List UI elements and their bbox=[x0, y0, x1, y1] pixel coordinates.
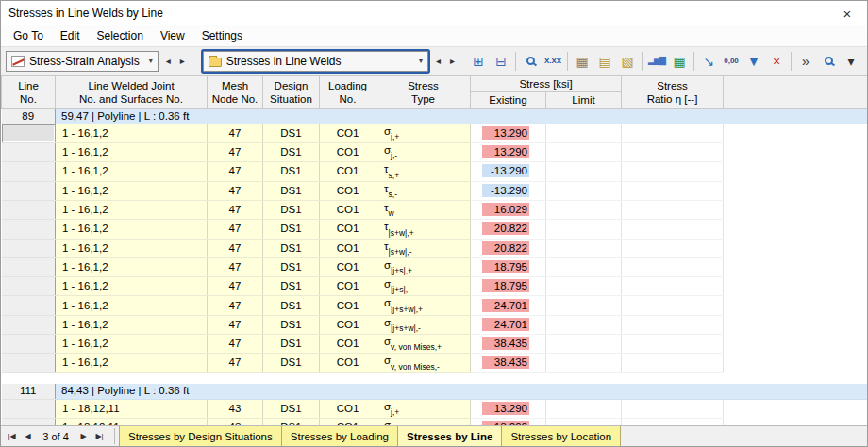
tab-stresses-by-line[interactable]: Stresses by Line bbox=[398, 426, 502, 446]
menu-item-selection[interactable]: Selection bbox=[89, 27, 152, 44]
folder-icon bbox=[209, 58, 222, 67]
filler-cell bbox=[724, 296, 867, 315]
limit-cell bbox=[546, 143, 622, 162]
ratio-cell bbox=[622, 162, 724, 181]
existing-value-cell: 16.029 bbox=[471, 200, 546, 219]
row-header-cell bbox=[2, 143, 56, 162]
export-report-button[interactable]: ▧ bbox=[616, 50, 639, 73]
table-row[interactable]: 1 - 16,1,247DS1CO1τs,+-13.290 bbox=[2, 162, 868, 181]
analysis-prev-button[interactable]: ◂ bbox=[161, 51, 175, 72]
result-diagram-button[interactable]: ▂▅▇ bbox=[645, 50, 668, 73]
view-values-button[interactable] bbox=[519, 50, 542, 73]
table-row[interactable]: 1 - 16,1,247DS1CO1σ|j+s+w|,-24.701 bbox=[2, 315, 868, 334]
search-button[interactable] bbox=[817, 50, 840, 73]
mesh-node-cell: 47 bbox=[208, 200, 263, 219]
table-row[interactable]: 1 - 16,1,247DS1CO1σ|j+s+w|,+24.701 bbox=[2, 296, 868, 315]
value-chip: 13.290 bbox=[482, 402, 529, 415]
col-header-stress-type[interactable]: StressType bbox=[376, 76, 471, 109]
col-header-mesh-node[interactable]: MeshNode No. bbox=[208, 76, 263, 109]
filter-button[interactable]: ▼ bbox=[743, 50, 765, 73]
col-header-stress-ratio[interactable]: StressRatio η [--] bbox=[622, 76, 724, 109]
arrow-down-right-icon: ↘ bbox=[703, 55, 714, 68]
col-header-loading[interactable]: LoadingNo. bbox=[320, 76, 376, 109]
table-row[interactable]: 1 - 16,1,247DS1CO1σv, von Mises,-38.435 bbox=[2, 354, 868, 372]
excel-export-button[interactable]: ▦ bbox=[668, 50, 691, 73]
more-button[interactable]: ▾ bbox=[840, 50, 862, 73]
menu-item-go-to[interactable]: Go To bbox=[5, 27, 52, 44]
table-row[interactable]: 1 - 16,1,247DS1CO1σ|j+s|,-18.795 bbox=[2, 277, 868, 296]
menu-item-view[interactable]: View bbox=[152, 27, 193, 44]
close-button[interactable]: × bbox=[835, 6, 860, 22]
table-row[interactable]: 1 - 16,1,247DS1CO1τ|s+w|,+20.822 bbox=[2, 220, 868, 239]
result-next-button[interactable]: ▸ bbox=[445, 51, 459, 72]
stress-type-cell: τ|s+w|,+ bbox=[376, 220, 471, 239]
limit-cell bbox=[546, 354, 622, 372]
transfer-values-button[interactable]: ↘ bbox=[697, 50, 720, 73]
stress-type-cell: σj,+ bbox=[376, 124, 471, 142]
analysis-next-button[interactable]: ▸ bbox=[175, 51, 190, 72]
result-prev-button[interactable]: ◂ bbox=[431, 51, 445, 72]
result-values-button[interactable]: X.XX bbox=[542, 50, 564, 73]
joint-cell: 1 - 18,12,11 bbox=[56, 399, 208, 418]
stress-symbol: τ bbox=[384, 240, 389, 252]
table-row[interactable]: 1 - 16,1,247DS1CO1σ|j+s|,+18.795 bbox=[2, 257, 868, 276]
tab-stresses-by-loading[interactable]: Stresses by Loading bbox=[282, 426, 398, 446]
results-table-area: LineNo. Line Welded JointNo. and Surface… bbox=[1, 75, 867, 427]
result-table-combo[interactable]: Stresses in Line Welds ▾ bbox=[203, 51, 428, 72]
stress-type-cell: τs,- bbox=[376, 181, 471, 200]
tab-stresses-by-location[interactable]: Stresses by Location bbox=[502, 426, 621, 446]
value-chip: 24.701 bbox=[482, 318, 529, 331]
ratio-cell bbox=[622, 335, 724, 354]
col-header-existing[interactable]: Existing bbox=[471, 92, 546, 108]
table-row[interactable]: 1 - 16,1,247DS1CO1τs,--13.290 bbox=[2, 181, 868, 200]
stress-symbol: τ bbox=[384, 163, 389, 174]
last-table-button[interactable]: ▶| bbox=[92, 428, 108, 445]
decimal-places-button[interactable]: 0,00 bbox=[720, 50, 743, 73]
tab-stresses-by-design-situations[interactable]: Stresses by Design Situations bbox=[119, 426, 282, 446]
window-title: Stresses in Line Welds by Line bbox=[8, 7, 163, 20]
chevron-down-icon: ▾ bbox=[419, 57, 423, 65]
col-header-limit[interactable]: Limit bbox=[546, 92, 622, 108]
existing-value-cell: -13.290 bbox=[471, 181, 546, 200]
toolbar-separator bbox=[515, 52, 516, 71]
table-row[interactable]: 1 - 16,1,247DS1CO1σj,-13.290 bbox=[2, 143, 868, 162]
table-row[interactable]: 1 - 16,1,247DS1CO1τw16.029 bbox=[2, 200, 868, 219]
print-button[interactable]: ▤ bbox=[593, 50, 616, 73]
value-chip: 16.029 bbox=[482, 203, 529, 216]
existing-value-cell: 18.795 bbox=[471, 277, 546, 296]
first-table-button[interactable]: |◀ bbox=[4, 428, 20, 445]
sync-graphic-button[interactable]: ⊟ bbox=[490, 50, 512, 73]
analysis-combo[interactable]: Stress-Strain Analysis ▾ bbox=[6, 51, 159, 72]
row-header-cell bbox=[2, 354, 56, 372]
col-header-design-situation[interactable]: DesignSituation bbox=[263, 76, 320, 109]
design-situation-cell: DS1 bbox=[263, 354, 320, 372]
mesh-node-cell: 47 bbox=[208, 257, 263, 276]
col-header-line-no[interactable]: LineNo. bbox=[2, 76, 56, 109]
table-row[interactable]: 1 - 16,1,247DS1CO1σj,+13.290 bbox=[2, 124, 868, 142]
stress-symbol: τ bbox=[384, 221, 389, 232]
col-header-joint[interactable]: Line Welded JointNo. and Surfaces No. bbox=[56, 76, 208, 109]
printer-icon: ▤ bbox=[598, 55, 610, 68]
mesh-node-cell: 47 bbox=[208, 143, 263, 162]
prev-table-button[interactable]: ◀ bbox=[20, 428, 36, 445]
stress-type-cell: σj,+ bbox=[376, 399, 471, 418]
col-header-stress-ksi[interactable]: Stress [ksi] bbox=[471, 76, 622, 92]
table-row[interactable]: 1 - 16,1,247DS1CO1σv, von Mises,+38.435 bbox=[2, 335, 868, 354]
next-table-button[interactable]: ▶ bbox=[75, 428, 92, 445]
table-row[interactable]: 1 - 16,1,247DS1CO1τ|s+w|,-20.822 bbox=[2, 239, 868, 257]
design-situation-cell: DS1 bbox=[263, 335, 320, 354]
design-situation-cell: DS1 bbox=[263, 124, 320, 142]
overflow-button[interactable]: » bbox=[794, 50, 817, 73]
menu-item-edit[interactable]: Edit bbox=[52, 27, 89, 44]
stress-type-cell: σv, von Mises,+ bbox=[376, 335, 471, 354]
clear-results-button[interactable]: × bbox=[765, 50, 788, 73]
joint-cell: 1 - 16,1,2 bbox=[56, 257, 208, 276]
line-number-cell: 89 bbox=[2, 108, 56, 124]
table-row[interactable]: 1 - 18,12,1143DS1CO1σj,+13.290 bbox=[2, 399, 868, 418]
show-in-graphic-button[interactable]: ⊞ bbox=[467, 50, 490, 73]
menu-item-settings[interactable]: Settings bbox=[193, 27, 251, 44]
mesh-node-cell: 47 bbox=[208, 124, 263, 142]
stress-type-cell: σ|j+s|,- bbox=[376, 277, 471, 296]
table-settings-button[interactable]: ▦ bbox=[571, 50, 593, 73]
stress-subscript: |j+s+w|,- bbox=[391, 323, 421, 333]
